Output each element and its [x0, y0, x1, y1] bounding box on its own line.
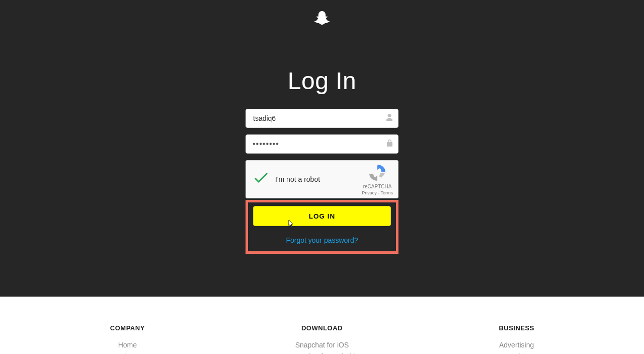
footer-column-download: DOWNLOAD Snapchat for iOS Snapchat for A…: [272, 324, 372, 354]
footer-heading: DOWNLOAD: [272, 324, 372, 332]
recaptcha-terms-link[interactable]: Terms: [381, 190, 393, 195]
username-field-wrap: [246, 109, 398, 128]
lock-icon: [387, 139, 392, 149]
username-input[interactable]: [246, 109, 398, 128]
footer-link[interactable]: Snapchat for iOS: [272, 341, 372, 349]
password-field-wrap: ••••••••: [246, 134, 398, 154]
footer-heading: COMPANY: [77, 324, 178, 332]
recaptcha-legal-links: Privacy - Terms: [362, 190, 393, 195]
page-title: Log In: [0, 67, 644, 95]
user-icon: [386, 114, 392, 123]
checkmark-icon: [254, 172, 268, 186]
snapchat-logo-icon: [313, 11, 331, 29]
annotation-highlight-box: LOG IN Forgot your password?: [246, 200, 398, 254]
recaptcha-privacy-link[interactable]: Privacy: [362, 190, 377, 195]
hero-section: Log In •••••••• I'm not a robot: [0, 0, 644, 297]
footer-link[interactable]: Home: [77, 341, 178, 349]
login-form: •••••••• I'm not a robot reCAPTCHA Priva…: [246, 109, 398, 254]
footer-link[interactable]: Advertising: [466, 341, 567, 349]
cursor-pointer-icon: [287, 220, 295, 231]
recaptcha-label: I'm not a robot: [275, 175, 320, 183]
footer-column-company: COMPANY Home Blog Jobs: [77, 324, 178, 354]
recaptcha-widget[interactable]: I'm not a robot reCAPTCHA Privacy - Term…: [246, 160, 398, 198]
recaptcha-badge: reCAPTCHA Privacy - Terms: [362, 165, 393, 195]
password-input[interactable]: [246, 134, 398, 154]
login-button-label: LOG IN: [309, 213, 336, 220]
recaptcha-logo-icon: [369, 165, 385, 181]
footer-heading: BUSINESS: [466, 324, 567, 332]
footer: COMPANY Home Blog Jobs DOWNLOAD Snapchat…: [0, 297, 644, 354]
forgot-password-link[interactable]: Forgot your password?: [253, 236, 391, 244]
recaptcha-brand-text: reCAPTCHA: [362, 184, 393, 189]
footer-column-business: BUSINESS Advertising Enquiries Advertisi…: [466, 324, 567, 354]
login-button[interactable]: LOG IN: [253, 206, 391, 226]
